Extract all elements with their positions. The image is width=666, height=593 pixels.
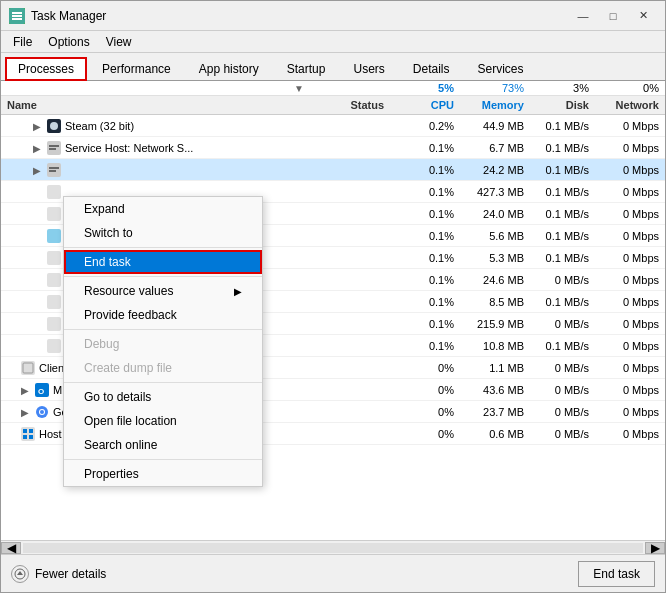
network-cell: 0 Mbps bbox=[595, 141, 665, 155]
svg-rect-18 bbox=[47, 317, 61, 331]
maximize-button[interactable]: □ bbox=[599, 6, 627, 26]
process-name: ▶ Service Host: Network S... bbox=[1, 140, 310, 156]
cpu-cell: 0% bbox=[390, 383, 460, 397]
ctx-separator-4 bbox=[64, 382, 262, 383]
process-icon bbox=[47, 295, 61, 309]
svg-point-26 bbox=[40, 410, 44, 414]
ctx-resource-values[interactable]: Resource values ▶ bbox=[64, 279, 262, 303]
tab-services[interactable]: Services bbox=[465, 57, 537, 80]
menu-options[interactable]: Options bbox=[40, 33, 97, 51]
col-status[interactable]: Status bbox=[310, 96, 390, 114]
status-cell bbox=[310, 279, 390, 281]
svg-marker-33 bbox=[17, 571, 23, 575]
ctx-expand[interactable]: Expand bbox=[64, 197, 262, 221]
col-memory[interactable]: Memory bbox=[460, 96, 530, 114]
tab-details[interactable]: Details bbox=[400, 57, 463, 80]
scroll-left-btn[interactable]: ◀ bbox=[1, 542, 21, 554]
outlook-icon: O bbox=[35, 383, 49, 397]
status-cell bbox=[310, 125, 390, 127]
memory-cell: 5.6 MB bbox=[460, 229, 530, 243]
tab-performance[interactable]: Performance bbox=[89, 57, 184, 80]
disk-cell: 0 MB/s bbox=[530, 383, 595, 397]
cpu-cell: 0.1% bbox=[390, 339, 460, 353]
ctx-provide-feedback[interactable]: Provide feedback bbox=[64, 303, 262, 327]
memory-cell: 5.3 MB bbox=[460, 251, 530, 265]
ctx-separator-3 bbox=[64, 329, 262, 330]
tab-app-history[interactable]: App history bbox=[186, 57, 272, 80]
table-row[interactable]: ▶ Service Host: Network S... 0.1% 6.7 MB… bbox=[1, 137, 665, 159]
memory-cell: 1.1 MB bbox=[460, 361, 530, 375]
windows-icon bbox=[21, 427, 35, 441]
ctx-switch-to[interactable]: Switch to bbox=[64, 221, 262, 245]
svg-rect-15 bbox=[47, 251, 61, 265]
expand-arrow-icon: ▶ bbox=[33, 143, 43, 153]
ctx-properties[interactable]: Properties bbox=[64, 462, 262, 486]
memory-cell: 215.9 MB bbox=[460, 317, 530, 331]
cpu-cell: 0.1% bbox=[390, 295, 460, 309]
process-icon bbox=[47, 207, 61, 221]
scroll-right-btn[interactable]: ▶ bbox=[645, 542, 665, 554]
col-cpu[interactable]: CPU bbox=[390, 96, 460, 114]
ctx-end-task[interactable]: End task bbox=[64, 250, 262, 274]
memory-cell: 6.7 MB bbox=[460, 141, 530, 155]
memory-cell: 24.2 MB bbox=[460, 163, 530, 177]
menu-file[interactable]: File bbox=[5, 33, 40, 51]
svg-rect-31 bbox=[29, 435, 33, 439]
col-name[interactable]: Name bbox=[1, 96, 310, 114]
cpu-cell: 0% bbox=[390, 405, 460, 419]
scroll-track bbox=[23, 543, 643, 553]
disk-icon bbox=[47, 229, 61, 243]
window-title: Task Manager bbox=[31, 9, 569, 23]
table-row[interactable]: ▶ 0.1% 24.2 MB 0.1 MB/s 0 Mbps bbox=[1, 159, 665, 181]
service-icon bbox=[47, 163, 61, 177]
cpu-cell: 0.1% bbox=[390, 141, 460, 155]
svg-rect-10 bbox=[49, 167, 59, 169]
network-cell: 0 Mbps bbox=[595, 405, 665, 419]
ctx-go-to-details[interactable]: Go to details bbox=[64, 385, 262, 409]
status-cell bbox=[310, 213, 390, 215]
ctx-separator-5 bbox=[64, 459, 262, 460]
disk-cell: 0 MB/s bbox=[530, 273, 595, 287]
tab-startup[interactable]: Startup bbox=[274, 57, 339, 80]
disk-cell: 0.1 MB/s bbox=[530, 339, 595, 353]
disk-cell: 0.1 MB/s bbox=[530, 295, 595, 309]
svg-rect-8 bbox=[49, 148, 56, 150]
status-cell bbox=[310, 191, 390, 193]
close-button[interactable]: ✕ bbox=[629, 6, 657, 26]
ctx-separator-1 bbox=[64, 247, 262, 248]
tab-processes[interactable]: Processes bbox=[5, 57, 87, 81]
expand-arrow-icon: ▶ bbox=[33, 121, 43, 131]
horizontal-scrollbar[interactable]: ◀ ▶ bbox=[1, 540, 665, 554]
svg-rect-7 bbox=[49, 145, 59, 147]
cpu-cell: 0.1% bbox=[390, 185, 460, 199]
cpu-cell: 0.1% bbox=[390, 207, 460, 221]
status-cell bbox=[310, 389, 390, 391]
cpu-cell: 0.1% bbox=[390, 229, 460, 243]
table-row[interactable]: ▶ Steam (32 bit) 0.2% 44.9 MB 0.1 MB/s 0… bbox=[1, 115, 665, 137]
svg-rect-3 bbox=[12, 18, 22, 20]
status-cell bbox=[310, 301, 390, 303]
memory-cell: 23.7 MB bbox=[460, 405, 530, 419]
svg-rect-11 bbox=[49, 170, 56, 172]
menu-view[interactable]: View bbox=[98, 33, 140, 51]
title-bar: Task Manager — □ ✕ bbox=[1, 1, 665, 31]
col-network[interactable]: Network bbox=[595, 96, 665, 114]
minimize-button[interactable]: — bbox=[569, 6, 597, 26]
status-cell bbox=[310, 257, 390, 259]
end-task-button[interactable]: End task bbox=[578, 561, 655, 587]
fewer-details-button[interactable]: Fewer details bbox=[11, 565, 106, 583]
title-bar-controls: — □ ✕ bbox=[569, 6, 657, 26]
memory-percent: 73% bbox=[460, 81, 530, 95]
ctx-open-file-location[interactable]: Open file location bbox=[64, 409, 262, 433]
ctx-create-dump: Create dump file bbox=[64, 356, 262, 380]
footer: Fewer details End task bbox=[1, 554, 665, 592]
network-cell: 0 Mbps bbox=[595, 317, 665, 331]
disk-cell: 0.1 MB/s bbox=[530, 207, 595, 221]
ctx-search-online[interactable]: Search online bbox=[64, 433, 262, 457]
col-disk[interactable]: Disk bbox=[530, 96, 595, 114]
ctx-debug: Debug bbox=[64, 332, 262, 356]
cpu-cell: 0% bbox=[390, 427, 460, 441]
disk-cell: 0.1 MB/s bbox=[530, 251, 595, 265]
fewer-details-icon bbox=[11, 565, 29, 583]
tab-users[interactable]: Users bbox=[340, 57, 397, 80]
